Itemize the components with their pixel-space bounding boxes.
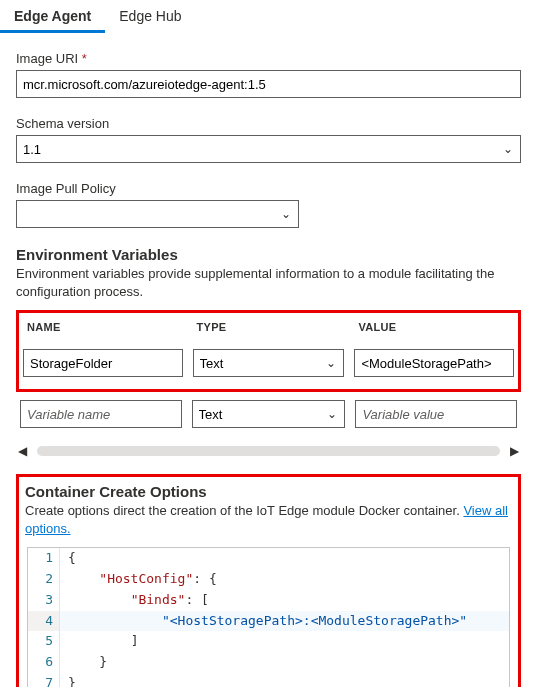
cco-title: Container Create Options (25, 483, 512, 500)
code-key-binds: "Binds" (131, 592, 186, 607)
env-row2-value-input[interactable] (355, 400, 517, 428)
env-row1-value-input[interactable] (354, 349, 514, 377)
env-row2-type-select[interactable] (192, 400, 346, 428)
scroll-left-icon[interactable]: ◀ (18, 444, 27, 458)
scroll-right-icon[interactable]: ▶ (510, 444, 519, 458)
code-key-hostconfig: "HostConfig" (99, 571, 193, 586)
code-bind-value: "<HostStoragePath>:<ModuleStoragePath>" (162, 613, 467, 628)
env-header-value: VALUE (354, 315, 514, 339)
tab-bar: Edge Agent Edge Hub (0, 0, 537, 33)
env-row1-type-select[interactable] (193, 349, 345, 377)
horizontal-scroll-indicator[interactable]: ◀ ▶ (16, 442, 521, 460)
tab-edge-hub[interactable]: Edge Hub (105, 0, 195, 33)
env-vars-highlighted-box: NAME TYPE VALUE ⌄ (16, 310, 521, 392)
cco-desc: Create options direct the creation of th… (25, 503, 463, 518)
container-create-options-highlighted-box: Container Create Options Create options … (16, 474, 521, 687)
env-header-type: TYPE (193, 315, 345, 339)
image-pull-policy-label: Image Pull Policy (16, 181, 521, 196)
env-vars-title: Environment Variables (16, 246, 521, 263)
image-uri-label-text: Image URI (16, 51, 78, 66)
env-header-name: NAME (23, 315, 183, 339)
env-vars-desc: Environment variables provide supplement… (16, 265, 521, 300)
env-row1-name-input[interactable] (23, 349, 183, 377)
image-pull-policy-select[interactable] (16, 200, 299, 228)
schema-version-label: Schema version (16, 116, 521, 131)
required-asterisk: * (82, 51, 87, 66)
image-uri-input[interactable] (16, 70, 521, 98)
scrollbar-track[interactable] (37, 446, 500, 456)
env-row2-name-input[interactable] (20, 400, 182, 428)
cco-desc-line: Create options direct the creation of th… (25, 502, 512, 537)
cco-code-editor[interactable]: 1{ 2 "HostConfig": { 3 "Binds": [ 4 "<Ho… (27, 547, 510, 687)
image-uri-label: Image URI * (16, 51, 521, 66)
tab-edge-agent[interactable]: Edge Agent (0, 0, 105, 33)
schema-version-select[interactable] (16, 135, 521, 163)
